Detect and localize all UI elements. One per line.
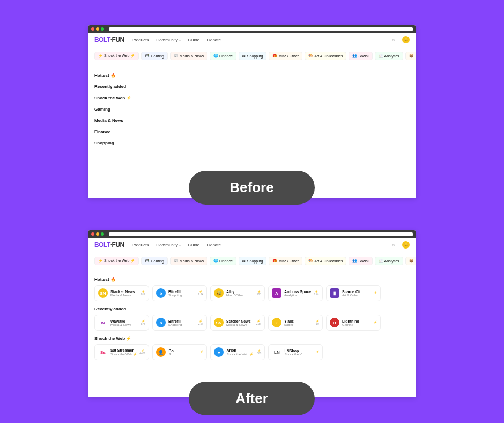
nav-guide[interactable]: Guide (188, 38, 199, 42)
app-info: BoS (168, 349, 197, 356)
app-card[interactable]: SsSat StreamerShock the Web ⚡⚡4481 (94, 344, 149, 360)
app-card[interactable]: BLightningGaming⚡ (326, 315, 381, 331)
app-card[interactable]: bBitrefillShopping⚡2.2k (152, 315, 207, 331)
max-dot[interactable] (101, 27, 104, 31)
logo-bolt: BOLT (94, 36, 110, 43)
app-card[interactable]: ⚡Y'allsSocial⚡10 (268, 315, 323, 331)
app-card[interactable]: SNStacker NewsMedia & News⚡2.3k (210, 315, 265, 331)
avatar[interactable]: 😊 (402, 36, 410, 43)
nav-products[interactable]: Products (132, 243, 149, 247)
chip-icon: 📰 (174, 259, 179, 263)
chip-label: Media & News (180, 54, 204, 58)
app-name: LNShop (284, 349, 313, 353)
chip-label: Misc / Other (278, 54, 299, 58)
nav-community[interactable]: Community▾ (156, 38, 180, 42)
chip-finance[interactable]: 🌐Finance (210, 257, 236, 265)
app-stat: ⚡2.2k (198, 290, 203, 296)
close-dot[interactable] (91, 232, 94, 236)
section-title: Media & News (94, 118, 410, 123)
app-category: Media & News (110, 294, 138, 297)
chip-media-news[interactable]: 📰Media & News (170, 52, 207, 60)
chip-gaming[interactable]: 🎮Gaming (141, 257, 168, 265)
content-before: Hottest 🔥Recently addedShock the Web ⚡Ga… (88, 63, 416, 155)
app-info: BitrefillShopping (168, 290, 196, 297)
app-name: Lightning (342, 319, 371, 323)
nav-guide[interactable]: Guide (188, 243, 199, 247)
chip-finance[interactable]: 🌐Finance (210, 52, 236, 60)
chip-icon: ⚡ (98, 259, 103, 263)
chip-label: Shopping (247, 259, 263, 263)
app-name: Bitrefill (168, 290, 196, 294)
logo-fun: ·FUN (110, 241, 124, 249)
chip-media-news[interactable]: 📰Media & News (170, 257, 207, 265)
app-card[interactable]: 🐝AlbyMisc / Other⚡108 (210, 285, 265, 301)
nav-donate[interactable]: Donate (207, 38, 221, 42)
min-dot[interactable] (96, 232, 99, 236)
app-name: Stacker News (226, 319, 254, 323)
app-stat: ⚡4481 (139, 349, 145, 355)
app-info: Sat StreamerShock the Web ⚡ (110, 348, 137, 356)
app-icon: SN (98, 288, 108, 298)
app-info: Stacker NewsMedia & News (226, 319, 254, 326)
chip-analytics[interactable]: 📊Analytics (375, 257, 403, 265)
search-icon[interactable]: ⌕ (392, 37, 395, 42)
app-card[interactable]: SNStacker NewsMedia & News⚡819 (94, 285, 149, 301)
before-label: Before (189, 171, 315, 205)
chip-label: Analytics (384, 54, 399, 58)
app-card[interactable]: AAmboss SpaceAnalytics⚡1.6k (268, 285, 323, 301)
logo[interactable]: BOLT·FUN (94, 241, 124, 249)
app-name: Arion (226, 348, 254, 352)
app-stat: ⚡878 (141, 320, 145, 326)
nav-community[interactable]: Community▾ (156, 243, 180, 247)
app-card[interactable]: LNLNShopShock the V⚡ (268, 344, 323, 360)
section-title: Recently added (94, 307, 410, 311)
close-dot[interactable] (91, 27, 94, 31)
chip-social[interactable]: 👥Social (349, 52, 372, 60)
app-stat: ⚡2.3k (256, 320, 261, 326)
min-dot[interactable] (96, 27, 99, 31)
logo[interactable]: BOLT·FUN (94, 36, 124, 43)
chip-gaming[interactable]: 🎮Gaming (141, 52, 168, 60)
chip-shopping[interactable]: 🛍Shopping (239, 257, 267, 265)
chip-misc-other[interactable]: 🎁Misc / Other (269, 52, 302, 60)
chip-icon: 📰 (174, 54, 179, 58)
app-name: Alby (226, 290, 254, 294)
url-bar[interactable] (109, 232, 413, 236)
chip-misc-other[interactable]: 🎁Misc / Other (269, 257, 302, 265)
app-icon: A (272, 288, 281, 298)
header: BOLT·FUN ProductsCommunity▾GuideDonate ⌕… (88, 238, 416, 252)
app-card[interactable]: WWavlakeMedia & News⚡878 (94, 315, 149, 331)
app-card[interactable]: bBitrefillShopping⚡2.2k (152, 285, 207, 301)
chip-art-collectibles[interactable]: 🎨Art & Collectibles (305, 52, 346, 60)
app-name: Stacker News (110, 290, 138, 294)
chip-shock-the-web-[interactable]: ⚡Shock the Web ⚡ (94, 257, 139, 265)
app-card[interactable]: ▮Scarce CitArt & Collec⚡ (326, 285, 381, 301)
app-category: Social (284, 323, 313, 326)
nav-products[interactable]: Products (132, 38, 149, 42)
chip-shopping[interactable]: 🛍Shopping (239, 52, 267, 60)
titlebar (88, 25, 416, 33)
chip-social[interactable]: 👥Social (349, 257, 372, 265)
nav-donate[interactable]: Donate (207, 243, 221, 247)
chip-more[interactable]: 📦 (405, 52, 416, 60)
search-icon[interactable]: ⌕ (392, 242, 395, 247)
chip-shock-the-web-[interactable]: ⚡Shock the Web ⚡ (94, 52, 139, 60)
chip-label: Finance (219, 54, 233, 58)
avatar[interactable]: 😊 (402, 241, 410, 249)
chip-art-collectibles[interactable]: 🎨Art & Collectibles (305, 257, 346, 265)
section-title: Hottest 🔥 (94, 277, 410, 282)
chip-label: Shopping (247, 54, 263, 58)
chip-more[interactable]: 📦 (405, 257, 416, 265)
app-category: Shopping (168, 294, 196, 297)
url-bar[interactable] (109, 27, 413, 31)
chip-icon: 🎨 (308, 259, 313, 263)
chip-analytics[interactable]: 📊Analytics (375, 52, 403, 60)
chip-label: Art & Collectibles (314, 54, 343, 58)
nav: ProductsCommunity▾GuideDonate (132, 38, 221, 42)
app-icon: b (156, 318, 166, 327)
app-card[interactable]: ●ArionShock the Web ⚡⚡360 (210, 344, 265, 360)
max-dot[interactable] (101, 232, 104, 236)
app-card[interactable]: 👤BoS⚡ (152, 344, 207, 360)
app-stat: ⚡ (200, 351, 203, 354)
chip-icon: 🎮 (145, 54, 150, 58)
